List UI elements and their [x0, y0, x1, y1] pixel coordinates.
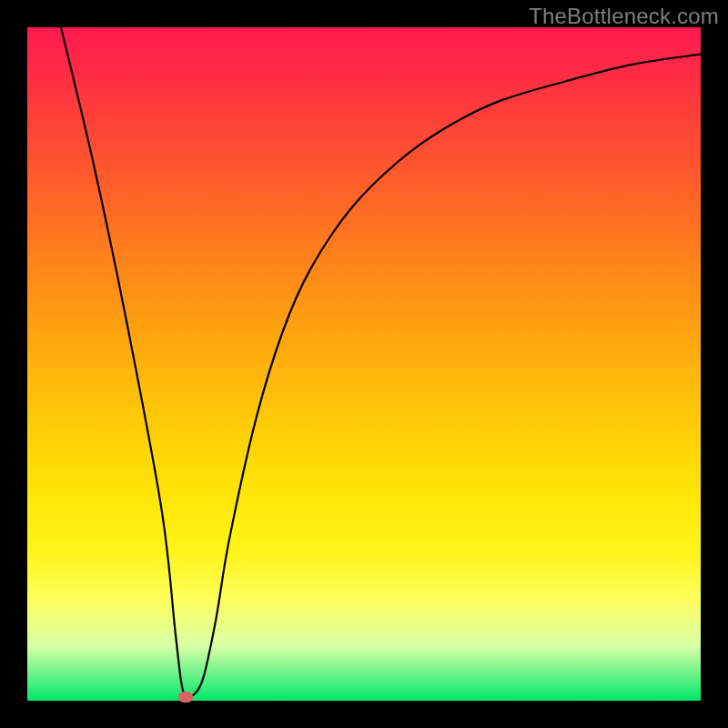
- bottleneck-curve: [27, 27, 701, 701]
- plot-area: [27, 27, 701, 701]
- optimal-point-marker: [178, 692, 193, 703]
- chart-frame: TheBottleneck.com: [0, 0, 728, 728]
- watermark-text: TheBottleneck.com: [529, 4, 719, 29]
